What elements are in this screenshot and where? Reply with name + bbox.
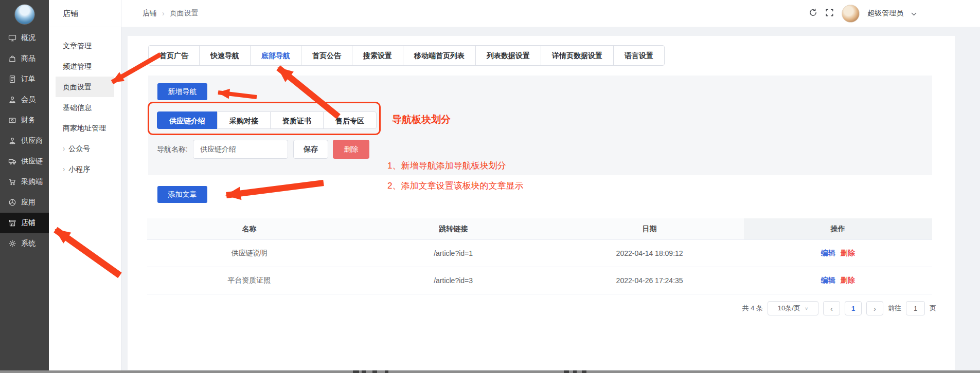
sidebar-item-label: 系统 (21, 239, 35, 248)
submenu-item-mini-program[interactable]: ›小程序 (56, 159, 114, 179)
breadcrumb-page-settings: 页面设置 (170, 9, 199, 18)
sidebar-item-finance[interactable]: 财务 (0, 110, 49, 130)
tab-5[interactable]: 移动端首页列表 (403, 46, 475, 65)
add-article-button[interactable]: 添加文章 (157, 186, 207, 203)
bag-icon (8, 54, 16, 63)
pagination: 共 4 条 10条/页 ∨ ‹ 1 › 前往 页 (742, 301, 936, 315)
page-size-select[interactable]: 10条/页 ∨ (768, 301, 818, 315)
tab-1[interactable]: 快速导航 (199, 46, 250, 65)
sidebar-item-apps[interactable]: 应用 (0, 192, 49, 213)
cell-date: 2022-04-14 18:09:12 (556, 249, 744, 257)
submenu-item-merchant-address[interactable]: 商家地址管理 (56, 118, 114, 138)
nav-tab-0[interactable]: 供应链介绍 (157, 111, 218, 129)
table-header-row: 名称跳转链接日期操作 (147, 218, 932, 240)
cell-actions: 编辑删除 (744, 249, 932, 258)
table-header-2: 日期 (556, 225, 744, 234)
cart-icon (8, 178, 16, 186)
tab-4[interactable]: 搜索设置 (352, 46, 403, 65)
supplier-icon (8, 137, 16, 145)
gear-icon (8, 239, 16, 248)
total-count: 共 4 条 (742, 304, 763, 313)
tab-0[interactable]: 首页广告 (149, 46, 199, 65)
table-header-3: 操作 (744, 218, 932, 239)
nav-name-input[interactable] (193, 140, 288, 159)
tab-7[interactable]: 详情页数据设置 (541, 46, 613, 65)
sidebar-item-label: 供应商 (21, 136, 43, 145)
submenu-item-label: 基础信息 (63, 97, 92, 118)
submenu-item-label: 商家地址管理 (63, 118, 106, 138)
user-name[interactable]: 超级管理员 (867, 9, 903, 18)
sidebar-item-shop[interactable]: 店铺 (0, 213, 49, 233)
order-icon (8, 75, 16, 83)
tab-2[interactable]: 底部导航 (250, 46, 301, 65)
submenu-item-basic-info[interactable]: 基础信息 (56, 97, 114, 118)
main-sidebar: 概况商品订单会员财务供应商供应链采购端应用店铺系统 (0, 0, 49, 373)
goto-page-input[interactable] (906, 301, 925, 315)
sidebar-item-members[interactable]: 会员 (0, 89, 49, 110)
table-row: 平台资质证照/article?id=32022-04-26 17:24:35编辑… (147, 267, 932, 294)
tab-8[interactable]: 语言设置 (613, 46, 664, 65)
sidebar-item-label: 店铺 (21, 218, 35, 228)
chevron-down-icon[interactable] (911, 9, 917, 18)
tab-6[interactable]: 列表数据设置 (475, 46, 541, 65)
nav-tab-3[interactable]: 售后专区 (323, 111, 377, 129)
sidebar-menu: 概况商品订单会员财务供应商供应链采购端应用店铺系统 (0, 28, 49, 254)
next-page-button[interactable]: › (866, 301, 883, 315)
dock-strip (0, 370, 980, 373)
page-size-value: 10条/页 (778, 304, 800, 313)
save-button[interactable]: 保存 (293, 140, 328, 159)
breadcrumb-shop[interactable]: 店铺 (142, 9, 157, 18)
refresh-icon[interactable] (809, 8, 817, 19)
nav-tab-2[interactable]: 资质证书 (270, 111, 324, 129)
sidebar-item-label: 会员 (21, 95, 35, 104)
annotation-block-label: 导航板块划分 (392, 113, 451, 126)
nav-name-label: 导航名称: (157, 140, 188, 159)
user-avatar[interactable] (842, 5, 860, 23)
tab-3[interactable]: 首页公告 (301, 46, 352, 65)
truck-icon (8, 157, 16, 165)
sidebar-item-system[interactable]: 系统 (0, 233, 49, 254)
delete-button[interactable]: 删除 (333, 140, 369, 159)
cell-actions: 编辑删除 (744, 276, 932, 285)
sidebar-item-purchase[interactable]: 采购端 (0, 172, 49, 192)
delete-link[interactable]: 删除 (841, 249, 855, 257)
page-settings-tabs: 首页广告快速导航底部导航首页公告搜索设置移动端首页列表列表数据设置详情页数据设置… (148, 45, 665, 66)
logo-avatar (14, 4, 35, 25)
submenu-item-wechat-official[interactable]: ›公众号 (56, 138, 114, 159)
select-chevron-icon: ∨ (805, 306, 808, 311)
fullscreen-icon[interactable] (825, 8, 834, 19)
submenu-item-article[interactable]: 文章管理 (56, 35, 114, 56)
nav-block-tabs: 供应链介绍采购对接资质证书售后专区 (157, 111, 377, 129)
prev-page-button[interactable]: ‹ (823, 301, 840, 315)
sidebar-item-supplier[interactable]: 供应商 (0, 130, 49, 151)
nav-tab-1[interactable]: 采购对接 (217, 111, 271, 129)
sidebar-item-label: 供应链 (21, 157, 43, 166)
submenu-item-label: 频道管理 (63, 56, 92, 77)
sidebar-item-orders[interactable]: 订单 (0, 69, 49, 89)
shop-icon (8, 219, 16, 227)
sidebar-item-overview[interactable]: 概况 (0, 28, 49, 48)
goto-label: 前往 (888, 304, 901, 313)
add-nav-button[interactable]: 新增导航 (157, 83, 207, 100)
cell-link: /article?id=1 (351, 249, 556, 257)
annotation-note-2: 2、添加文章设置该板块的文章显示 (387, 180, 523, 192)
current-page-button[interactable]: 1 (845, 301, 862, 315)
submenu-item-channel[interactable]: 频道管理 (56, 56, 114, 77)
shop-submenu: 店铺 文章管理频道管理页面设置基础信息商家地址管理›公众号›小程序 (49, 0, 121, 373)
table-header-1: 跳转链接 (351, 225, 556, 234)
apps-icon (8, 198, 16, 207)
edit-link[interactable]: 编辑 (821, 249, 835, 257)
submenu-item-page-settings[interactable]: 页面设置 (56, 77, 114, 97)
topbar: 店铺 › 页面设置 超级管理员 (121, 0, 980, 27)
cell-name: 供应链说明 (147, 249, 351, 258)
sidebar-item-label: 采购端 (21, 177, 43, 186)
sidebar-item-goods[interactable]: 商品 (0, 48, 49, 69)
edit-link[interactable]: 编辑 (821, 276, 835, 284)
submenu-item-label: 页面设置 (63, 77, 92, 97)
sidebar-item-label: 订单 (21, 74, 35, 84)
table-header-0: 名称 (147, 225, 351, 234)
sidebar-item-label: 概况 (21, 33, 35, 43)
chevron-right-icon: › (63, 157, 64, 181)
delete-link[interactable]: 删除 (841, 276, 855, 284)
sidebar-item-supply-chain[interactable]: 供应链 (0, 151, 49, 172)
